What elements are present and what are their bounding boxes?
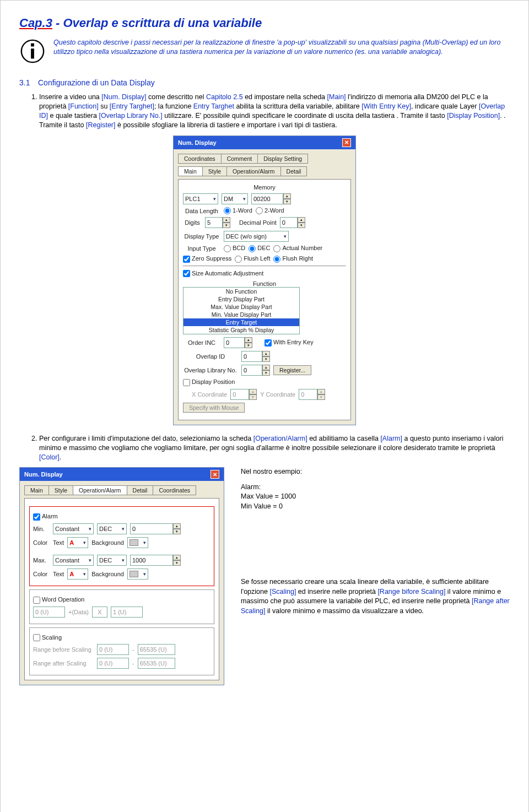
min-bg-color[interactable] (127, 537, 148, 548)
label-color: Color (33, 539, 50, 546)
register-button[interactable]: Register... (273, 365, 311, 375)
example-heading: Nel nostro esempio: (241, 467, 510, 477)
close-icon[interactable]: ✕ (210, 470, 219, 479)
tab-detail[interactable]: Detail (280, 166, 307, 176)
tab-row-bottom: Main Style Operation/Alarm Detail (178, 166, 351, 176)
wordop-op: X (92, 607, 107, 618)
tab-comment[interactable]: Comment (221, 154, 258, 164)
rbs-max: 65535 (U) (138, 644, 175, 655)
function-listbox[interactable]: No Function Entry Display Part Max. Valu… (183, 287, 300, 334)
max-mode-select[interactable]: Constant (53, 555, 94, 566)
label-color: Color (33, 571, 50, 577)
label-order-inc: Order INC (183, 339, 220, 346)
check-scaling[interactable]: Scaling (33, 634, 62, 642)
radio-2word[interactable]: 2-Word (256, 207, 284, 215)
digits-input[interactable]: 5 (205, 217, 223, 228)
label-min: Min. (33, 526, 50, 532)
dialog-title: Num. Display (178, 139, 217, 146)
tab-main[interactable]: Main (24, 485, 49, 495)
tab-style[interactable]: Style (202, 166, 227, 176)
memory-dm-select[interactable]: DM (222, 193, 248, 204)
tab-detail[interactable]: Detail (127, 485, 154, 495)
label-background: Background (91, 539, 124, 546)
label-decimal-point: Decimal Point (239, 219, 277, 226)
check-display-position[interactable]: Display Position (183, 378, 235, 386)
display-type-select[interactable]: DEC (w/o sign) (224, 231, 289, 242)
memory-plc-select[interactable]: PLC1 (183, 193, 218, 204)
svg-rect-1 (31, 44, 34, 47)
radio-flush-right[interactable]: Flush Right (273, 255, 313, 263)
label-range-after: Range after Scaling (33, 660, 94, 667)
tab-operation-alarm[interactable]: Operation/Alarm (226, 166, 280, 176)
tab-operation-alarm[interactable]: Operation/Alarm (73, 485, 127, 495)
radio-dec[interactable]: DEC (249, 245, 270, 252)
label-overlap-lib: Overlap Library No. (183, 367, 238, 373)
label-digits: Digits (183, 219, 202, 226)
max-value-input[interactable]: 1000 (130, 555, 173, 566)
radio-flush-left[interactable]: Flush Left (235, 255, 270, 263)
label-y-coord: Y Coordinate (260, 391, 295, 398)
label-data-length: Data Length (183, 208, 220, 214)
label-range-before: Range before Scaling (33, 646, 94, 653)
tab-row-top: Coordinates Comment Display Setting (178, 154, 351, 163)
info-icon (19, 38, 46, 66)
dialog-title: Num. Display (24, 471, 63, 478)
dialog-num-display-main: Num. Display✕ Coordinates Comment Displa… (173, 136, 356, 425)
tab-display-setting[interactable]: Display Setting (257, 154, 308, 164)
label-x-coord: X Coordinate (192, 391, 227, 398)
specify-mouse-button: Specify with Mouse (183, 403, 245, 413)
tab-coordinates[interactable]: Coordinates (178, 154, 222, 164)
step-1: Inserire a video una [Num. Display] come… (39, 93, 510, 130)
label-text: Text (53, 539, 64, 546)
svg-rect-2 (31, 49, 34, 59)
overlap-id-input[interactable]: 0 (241, 351, 262, 362)
tab-main[interactable]: Main (178, 166, 203, 176)
ras-min: 0 (U) (97, 658, 129, 669)
label-function: Function (183, 280, 346, 287)
check-zero-suppress[interactable]: Zero Suppress (183, 255, 231, 263)
dialog-num-display-alarm: Num. Display✕ Main Style Operation/Alarm… (19, 467, 224, 685)
max-bg-color[interactable] (127, 569, 148, 580)
check-with-entry-key[interactable]: With Entry Key (264, 339, 314, 347)
radio-1word[interactable]: 1-Word (224, 207, 252, 215)
decimal-input[interactable]: 0 (280, 217, 298, 228)
label-memory: Memory (183, 184, 346, 191)
section-heading: 3.1Configurazione di un Data Display (19, 78, 510, 87)
example-values: Alarm: Max Value = 1000 Min Value = 0 (241, 483, 510, 512)
ras-max: 65535 (U) (138, 658, 175, 669)
max-text-color[interactable]: A (67, 569, 88, 580)
min-text-color[interactable]: A (67, 537, 88, 548)
max-type-select[interactable]: DEC (97, 555, 127, 566)
label-text: Text (53, 571, 64, 577)
tab-style[interactable]: Style (48, 485, 73, 495)
close-icon[interactable]: ✕ (342, 138, 351, 147)
wordop-a: 0 (U) (33, 607, 65, 618)
x-coord-input: 0 (230, 389, 249, 400)
check-size-auto[interactable]: Size Automatic Adjustment (183, 270, 263, 278)
overlap-lib-input[interactable]: 0 (241, 365, 262, 376)
wordop-b: 1 (U) (111, 607, 143, 618)
chapter-title: Cap.3 - Overlap e scrittura di una varia… (19, 16, 510, 30)
label-input-type: Input Type (183, 245, 220, 252)
chapter-intro: Questo capitolo descrive i passi necessa… (53, 38, 510, 66)
y-coord-input: 0 (299, 389, 317, 400)
check-word-operation[interactable]: Word Operation (33, 596, 84, 604)
memory-addr-input[interactable]: 00200 (251, 193, 283, 204)
min-type-select[interactable]: DEC (97, 523, 127, 534)
radio-actual-number[interactable]: Actual Number (273, 245, 322, 252)
label-display-type: Display Type (183, 233, 220, 240)
label-background: Background (91, 571, 124, 577)
tab-coordinates[interactable]: Coordinates (153, 485, 196, 495)
rbs-min: 0 (U) (97, 644, 129, 655)
check-alarm[interactable]: Alarm (33, 513, 58, 521)
label-max: Max. (33, 557, 50, 564)
min-mode-select[interactable]: Constant (53, 523, 94, 534)
order-inc-input[interactable]: 0 (224, 337, 245, 348)
step-2: Per configurare i limiti d'imputazione d… (39, 434, 510, 462)
scaling-note: Se fosse necessario creare una scala lin… (241, 577, 510, 616)
min-value-input[interactable]: 0 (130, 523, 173, 534)
label-overlap-id: Overlap ID (183, 353, 238, 360)
radio-bcd[interactable]: BCD (224, 245, 245, 252)
